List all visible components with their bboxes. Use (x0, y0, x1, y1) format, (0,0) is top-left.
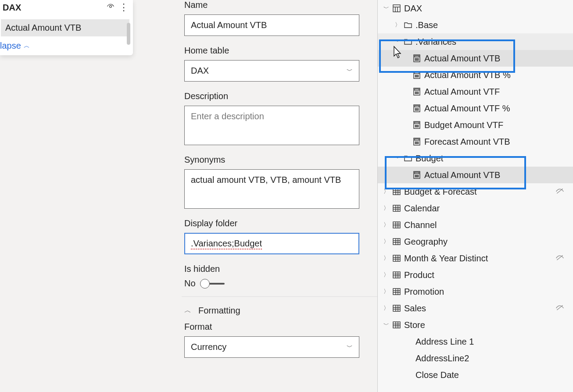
tree-label: Budget Amount VTF (424, 120, 503, 130)
tree-folder-budget[interactable]: ﹀ Budget (378, 150, 573, 167)
tree-measure[interactable]: Actual Amount VTB (378, 50, 573, 67)
chevron-down-icon: ﹀ (347, 67, 353, 75)
tree-column[interactable]: Close Date (378, 367, 573, 383)
svg-point-31 (415, 108, 416, 109)
format-label: Format (184, 322, 377, 332)
synonyms-input[interactable]: actual amount VTB, VTB, amount VTB (184, 169, 359, 209)
tree-column[interactable]: AddressLine2 (378, 350, 573, 367)
svg-point-34 (415, 110, 416, 110)
tree-label: .Base (415, 20, 438, 30)
svg-point-57 (418, 175, 419, 176)
is-hidden-value: No (184, 278, 196, 289)
calculator-icon (413, 54, 421, 62)
tree-label: Geography (404, 237, 448, 247)
chevron-down-icon: ﹀ (347, 343, 353, 351)
tree-table[interactable]: 〉 Budget & Forecast (378, 183, 573, 200)
measure-list-item[interactable]: Actual Amount VTB (1, 19, 129, 36)
svg-rect-82 (393, 255, 400, 261)
svg-point-40 (416, 125, 417, 126)
svg-point-52 (418, 143, 419, 144)
svg-rect-38 (415, 122, 419, 124)
fields-tree: ﹀ DAX 〉 .Base ﹀ .Variances ⋯ Actual Amou… (377, 0, 573, 392)
svg-point-36 (418, 110, 419, 110)
tree-measure[interactable]: Actual Amount VTB % (378, 67, 573, 83)
tree-measure[interactable]: Budget Amount VTF (378, 117, 573, 133)
table-icon (393, 304, 401, 312)
tree-folder-base[interactable]: 〉 .Base (378, 17, 573, 33)
table-icon (393, 254, 401, 262)
home-table-value: DAX (191, 66, 209, 76)
tree-label: Month & Year Distinct (404, 253, 488, 264)
tree-label: Actual Amount VTB (424, 170, 500, 180)
svg-point-43 (416, 126, 417, 127)
tree-label: DAX (404, 4, 422, 14)
tree-label: Address Line 1 (415, 337, 474, 347)
tree-folder-variances[interactable]: ﹀ .Variances ⋯ (378, 33, 573, 50)
svg-rect-98 (393, 305, 400, 311)
tree-measure[interactable]: Actual Amount VTB (378, 167, 573, 183)
svg-point-25 (418, 92, 419, 93)
svg-point-33 (418, 108, 419, 109)
svg-rect-67 (393, 205, 400, 211)
tree-table[interactable]: 〉 Promotion (378, 283, 573, 300)
svg-point-0 (110, 5, 112, 7)
calculator-icon (413, 138, 421, 146)
toggle-knob (200, 279, 210, 289)
svg-rect-72 (393, 222, 400, 228)
formatting-section-header[interactable]: ︿ Formatting (184, 301, 377, 322)
tree-table[interactable]: 〉 Sales (378, 300, 573, 317)
tree-label: Budget & Forecast (404, 187, 477, 197)
folder-icon (404, 154, 412, 162)
visibility-icon[interactable] (104, 1, 117, 14)
chevron-right-icon: 〉 (394, 21, 401, 29)
folder-icon (404, 21, 412, 29)
format-select[interactable]: Currency ﹀ (184, 336, 359, 358)
tree-label: Promotion (404, 287, 444, 297)
is-hidden-toggle[interactable] (202, 283, 225, 285)
name-input[interactable] (184, 14, 359, 36)
svg-point-8 (416, 58, 417, 59)
svg-point-23 (415, 92, 416, 93)
display-folder-label: Display folder (184, 218, 377, 228)
tree-table[interactable]: 〉 Geography (378, 233, 573, 250)
chevron-down-icon: ﹀ (394, 154, 401, 162)
formatting-label: Formatting (198, 306, 240, 316)
tree-label: Store (404, 320, 425, 330)
tree-table[interactable]: 〉 Channel (378, 217, 573, 233)
svg-rect-93 (393, 289, 400, 295)
tree-label: Actual Amount VTB (424, 53, 500, 64)
tree-table[interactable]: 〉 Calendar (378, 200, 573, 217)
tree-label: Product (404, 270, 434, 280)
tree-label: Channel (404, 220, 437, 230)
collapse-link[interactable]: lapse ︿ (0, 39, 133, 53)
home-table-label: Home table (184, 46, 377, 56)
tree-table-dax[interactable]: ﹀ DAX (378, 0, 573, 17)
format-value: Currency (191, 342, 226, 352)
tree-table[interactable]: 〉 Month & Year Distinct (378, 250, 573, 267)
scrollbar-thumb[interactable] (127, 23, 130, 45)
properties-pane: Name Home table DAX ﹀ Description Enter … (184, 0, 377, 392)
calculator-icon (413, 121, 421, 129)
tree-measure[interactable]: Actual Amount VTF (378, 83, 573, 100)
svg-point-50 (415, 143, 416, 144)
calculator-icon (413, 171, 421, 179)
chevron-right-icon: 〉 (383, 204, 389, 212)
tree-table[interactable]: 〉 Product (378, 267, 573, 283)
svg-point-7 (415, 58, 416, 59)
tree-column[interactable]: Address Line 1 (378, 333, 573, 350)
tree-measure[interactable]: Forecast Amount VTB (378, 133, 573, 150)
tree-label: Sales (404, 303, 426, 314)
home-table-select[interactable]: DAX ﹀ (184, 60, 359, 82)
svg-point-24 (416, 92, 417, 93)
svg-rect-88 (393, 272, 400, 278)
svg-point-15 (415, 75, 416, 76)
display-folder-input[interactable]: .Variances;Budget (184, 233, 359, 254)
tree-label: Actual Amount VTF (424, 87, 500, 97)
description-input[interactable]: Enter a description (184, 106, 359, 145)
hidden-icon (555, 253, 564, 264)
tree-table-store[interactable]: ﹀ Store (378, 317, 573, 333)
hidden-icon (555, 187, 564, 197)
chevron-up-icon: ︿ (184, 306, 191, 315)
tree-measure[interactable]: Actual Amount VTF % (378, 100, 573, 117)
more-vertical-icon[interactable]: ⋮ (117, 1, 130, 14)
